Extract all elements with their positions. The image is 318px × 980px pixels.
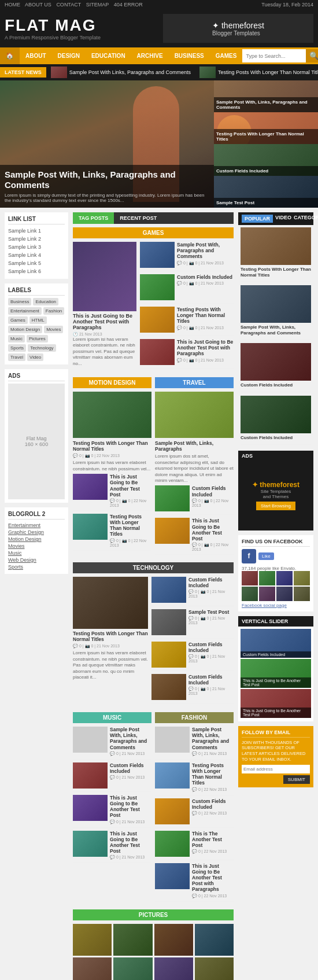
label-education[interactable]: Education: [33, 298, 58, 305]
nav-about-link[interactable]: ABOUT: [20, 48, 52, 64]
label-fashion[interactable]: Fashion: [43, 307, 64, 315]
sidebar-link-1[interactable]: Sample Link 1: [8, 227, 65, 235]
game-post-3[interactable]: Testing Posts With Longer Than Normal Ti…: [140, 307, 234, 336]
popular-2[interactable]: Sample Post With, Links, Paragraphs and …: [241, 285, 311, 340]
fb-photo-4[interactable]: [294, 571, 310, 585]
fb-photo-8[interactable]: [294, 587, 310, 601]
nav-home[interactable]: HOME: [5, 2, 20, 8]
blogroll-entertainment[interactable]: Entertainment: [8, 522, 65, 529]
pic-6[interactable]: [113, 957, 152, 980]
pic-3[interactable]: [154, 924, 193, 956]
fashion-post-1[interactable]: Sample Post With, Links, Paragraphs and …: [155, 727, 234, 760]
tab-category[interactable]: CATEGORY: [294, 215, 318, 223]
nav-education-link[interactable]: EDUCATION: [86, 48, 131, 64]
music-post-3[interactable]: This is Just Going to Be Another Test Po…: [73, 795, 151, 828]
hero-side-1[interactable]: Sample Post With, Links, Paragraphs and …: [214, 80, 318, 112]
top-nav[interactable]: HOME ABOUT US CONTACT SITEMAP 404 ERROR: [5, 2, 146, 8]
blogroll-sports[interactable]: Sports: [8, 563, 65, 570]
fb-photo-3[interactable]: [276, 571, 293, 585]
tech-post-2[interactable]: Sample Test Post 💬 0 | 📷 0 | 21 Nov 2013: [151, 609, 234, 639]
label-games[interactable]: Games: [8, 316, 28, 324]
ads-box-160x600[interactable]: Flat Mag 160 × 600: [8, 384, 65, 499]
travel-post-2[interactable]: This is Just Going to Be Another Test Po…: [155, 518, 234, 555]
ticker-item-1[interactable]: Sample Post With Links, Paragraphs and C…: [51, 67, 191, 78]
vs-item-3[interactable]: This is Just Going to Be Another Test Po…: [241, 689, 311, 718]
tab-tag-posts[interactable]: TAG POSTS: [73, 212, 114, 224]
nav-contact[interactable]: CONTACT: [56, 2, 81, 8]
tech-post-4[interactable]: Custom Fields Included 💬 0 | 📷 0 | 21 No…: [151, 674, 234, 703]
sidebar-link-2[interactable]: Sample Link 2: [8, 235, 65, 243]
label-business[interactable]: Business: [8, 298, 31, 305]
popular-3[interactable]: Custom Fields Included: [241, 343, 311, 392]
blogroll-movies[interactable]: Movies: [8, 543, 65, 550]
email-submit-button[interactable]: SUBMIT: [283, 775, 310, 784]
game-post-1[interactable]: Sample Post With, Paragraphs and Comment…: [140, 242, 234, 271]
hero-main[interactable]: Sample Post With, Links, Paragraphs and …: [0, 80, 214, 208]
label-motion[interactable]: Motion Design: [8, 326, 42, 333]
motion-post-1[interactable]: This is Just Going to Be Another Test Po…: [73, 474, 151, 511]
pic-1[interactable]: [73, 924, 112, 956]
fb-photo-5[interactable]: [242, 587, 258, 601]
label-html[interactable]: HTML: [29, 316, 47, 324]
hero-side-3[interactable]: Custom Fields Included: [214, 144, 318, 176]
popular-4[interactable]: Custom Fields Included: [241, 396, 311, 445]
fb-photo-7[interactable]: [276, 587, 293, 601]
travel-post-1[interactable]: Custom Fields Included 💬 0 | 📷 0 | 22 No…: [155, 485, 234, 515]
tab-recent-post[interactable]: RECENT POST: [114, 212, 162, 224]
nav-games-link[interactable]: GAMES: [210, 48, 243, 64]
nav-home-icon[interactable]: 🏠: [0, 47, 20, 64]
fb-photo-6[interactable]: [259, 587, 275, 601]
fashion-post-2[interactable]: Testing Posts With Longer Than Normal Ti…: [155, 762, 234, 795]
hero-side-2[interactable]: Testing Posts With Longer Than Normal Ti…: [214, 112, 318, 144]
sidebar-link-4[interactable]: Sample Link 4: [8, 251, 65, 259]
game-post-4[interactable]: This is Just Going to Be Another Test Po…: [140, 339, 234, 369]
pic-5[interactable]: [73, 957, 112, 980]
pic-4[interactable]: [195, 924, 234, 956]
nav-business-link[interactable]: BUSINESS: [169, 48, 210, 64]
header-ad[interactable]: ✦ themeforest Blogger Templates: [163, 14, 313, 43]
fashion-post-5[interactable]: This is Just Going to Be Another Test Po…: [155, 863, 234, 902]
nav-404[interactable]: 404 ERROR: [114, 2, 143, 8]
popular-1[interactable]: Testing Posts With Longer Than Normal Ti…: [241, 227, 311, 282]
tab-popular[interactable]: POPULAR: [242, 215, 273, 223]
search-form[interactable]: 🔍: [242, 49, 318, 62]
right-ads-banner[interactable]: ✦ themeforest Site Templatesand Themes S…: [238, 461, 313, 530]
sidebar-link-6[interactable]: Sample Link 6: [8, 267, 65, 275]
game-post-2[interactable]: Custom Fields Included 💬 0 | 📷 0 | 21 No…: [140, 274, 234, 304]
search-button[interactable]: 🔍: [306, 49, 318, 62]
tab-video[interactable]: VIDEO: [275, 215, 291, 223]
sidebar-link-3[interactable]: Sample Link 3: [8, 243, 65, 251]
pic-8[interactable]: [195, 957, 234, 980]
music-post-4[interactable]: This is Just Going to Be Another Test Po…: [73, 831, 151, 864]
vs-item-1[interactable]: Custom Fields Included: [241, 629, 311, 658]
fashion-post-4[interactable]: This is The Another Test Post 💬 0 | 22 N…: [155, 831, 234, 860]
fb-page-link[interactable]: Facebook social page: [242, 603, 310, 608]
main-nav[interactable]: 🏠 ABOUT DESIGN EDUCATION ARCHIVE BUSINES…: [0, 47, 318, 64]
pic-2[interactable]: [113, 924, 152, 956]
blogroll-motion[interactable]: Motion Design: [8, 536, 65, 543]
label-travel[interactable]: Travel: [8, 353, 25, 361]
label-movies[interactable]: Movies: [44, 326, 63, 333]
nav-sitemap[interactable]: SITEMAP: [86, 2, 109, 8]
tech-post-1[interactable]: Custom Fields Included 💬 0 | 📷 0 | 21 No…: [151, 577, 234, 606]
tech-main[interactable]: Testing Posts With Longer Than Normal Ti…: [73, 577, 148, 706]
label-pictures[interactable]: Pictures: [27, 335, 48, 342]
hero-side-4[interactable]: Sample Test Post: [214, 176, 318, 208]
sidebar-link-5[interactable]: Sample Link 5: [8, 259, 65, 267]
fb-photo-1[interactable]: [242, 571, 258, 585]
games-main-post[interactable]: This is Just Going to Be Another Test Po…: [73, 242, 136, 371]
blogroll-graphic[interactable]: Graphic Design: [8, 529, 65, 536]
music-post-2[interactable]: Custom Fields Included 💬 0 | 21 Nov 2013: [73, 762, 151, 792]
label-music-tag[interactable]: Music: [8, 335, 25, 342]
vs-item-2[interactable]: This is Just Going to Be Another Test Po…: [241, 659, 311, 688]
fb-photo-2[interactable]: [259, 571, 275, 585]
email-input[interactable]: [242, 765, 310, 773]
ticker-item-2[interactable]: Testing Posts With Longer Than Normal Ti…: [199, 67, 318, 78]
tech-post-3[interactable]: Custom Fields Included 💬 0 | 📷 0 | 21 No…: [151, 642, 234, 671]
label-video-tag[interactable]: Video: [27, 353, 43, 361]
music-post-1[interactable]: Sample Post With, Links, Paragraphs and …: [73, 727, 151, 760]
label-entertainment[interactable]: Entertainment: [8, 307, 42, 315]
fb-like-button[interactable]: Like: [258, 552, 274, 560]
nav-archive-link[interactable]: ARCHIVE: [131, 48, 169, 64]
label-technology[interactable]: Technology: [28, 344, 56, 352]
